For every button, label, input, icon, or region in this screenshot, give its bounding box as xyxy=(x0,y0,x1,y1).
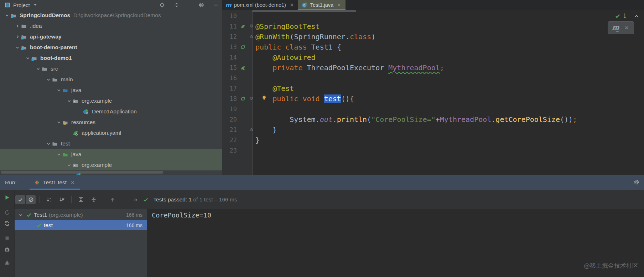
line-number: 20 xyxy=(222,116,239,123)
chevron-down-icon[interactable] xyxy=(35,66,42,72)
chevron-up-icon[interactable] xyxy=(633,13,640,19)
project-tree-item-org-example[interactable]: org.example xyxy=(0,96,222,106)
test-result-test[interactable]: test166 ms xyxy=(15,220,147,230)
spring-bean-icon[interactable] xyxy=(239,65,247,70)
code-line-15[interactable]: 15 private ThreadPoolExecutor MythreadPo… xyxy=(222,62,644,73)
collapse-all-button[interactable] xyxy=(89,196,98,203)
chevron-down-icon[interactable] xyxy=(55,152,62,157)
settings-gear-icon[interactable] xyxy=(633,179,640,185)
project-tree-item-test[interactable]: test xyxy=(0,138,222,149)
test-name: Test1 xyxy=(34,212,47,218)
rerun-failed-tests-button[interactable] xyxy=(4,209,10,216)
project-tree-item-main[interactable]: main xyxy=(0,74,222,85)
fold-marker-icon[interactable] xyxy=(247,34,255,39)
code-editor[interactable]: 1011@SpringBootTest12@RunWith(SpringRunn… xyxy=(222,10,644,175)
project-tree-item-org-example[interactable]: org.example xyxy=(0,160,222,170)
sort-alphabetically-button[interactable]: az xyxy=(45,196,54,203)
maven-reload-button[interactable]: m xyxy=(608,21,634,34)
rerun-button[interactable] xyxy=(4,194,10,201)
project-tree-item-api-gateway[interactable]: api-gateway xyxy=(0,31,222,42)
maven-icon: m xyxy=(225,2,232,8)
project-tree-item-springclouddemos[interactable]: SpringcloudDemosD:\gitworkspace\Springcl… xyxy=(0,10,222,21)
previous-failed-test-button[interactable] xyxy=(108,196,117,203)
chevron-down-icon[interactable] xyxy=(17,212,24,218)
show-ignored-toggle[interactable] xyxy=(26,195,36,204)
watermark: @稀土掘金技术社区 xyxy=(584,262,638,270)
run-test-gutter-icon[interactable] xyxy=(239,96,247,101)
code-line-18[interactable]: 18 public void test(){ xyxy=(222,93,644,104)
code-line-12[interactable]: 12@RunWith(SpringRunner.class) xyxy=(222,31,644,42)
code-text: @SpringBootTest xyxy=(255,22,320,31)
code-line-16[interactable]: 16 xyxy=(222,73,644,83)
project-tree-item-application-yaml[interactable]: application.yaml xyxy=(0,128,222,138)
test-class-icon: C xyxy=(301,2,308,8)
project-tree-item-demo1application[interactable]: Demo1Application xyxy=(0,106,222,117)
code-line-21[interactable]: 21 } xyxy=(222,124,644,135)
editor-tab-test1-java[interactable]: CTest1.java xyxy=(298,0,346,10)
collapse-all-icon[interactable] xyxy=(173,2,180,8)
maven-reload-icon[interactable]: m xyxy=(612,24,620,31)
code-line-10[interactable]: 10 xyxy=(222,11,644,21)
fold-marker-icon[interactable] xyxy=(247,24,255,29)
stop-button[interactable] xyxy=(4,235,10,241)
chevron-right-icon[interactable] xyxy=(14,34,21,40)
project-tree-item-boot-demo1[interactable]: boot-demo1 xyxy=(0,53,222,63)
fold-marker-icon[interactable] xyxy=(247,127,255,132)
project-tree-item-src[interactable]: src xyxy=(0,63,222,74)
sort-by-duration-button[interactable] xyxy=(57,196,67,203)
chevron-down-icon[interactable] xyxy=(32,2,38,8)
toggle-auto-test-button[interactable] xyxy=(4,220,10,227)
chevron-right-icon[interactable] xyxy=(14,23,21,29)
project-tree-item-resources[interactable]: resources xyxy=(0,117,222,128)
settings-gear-icon[interactable] xyxy=(198,2,204,8)
code-line-17[interactable]: 17 @Test xyxy=(222,83,644,93)
chevron-down-icon[interactable] xyxy=(14,45,21,50)
editor-tab-pom-xml-boot-demo1-[interactable]: mpom.xml (boot-demo1) xyxy=(222,0,298,10)
close-icon[interactable] xyxy=(623,25,630,31)
project-tree-item-java[interactable]: java xyxy=(0,149,222,160)
fold-marker-icon[interactable] xyxy=(247,96,255,101)
chevron-down-icon[interactable] xyxy=(45,141,52,147)
chevron-down-icon[interactable] xyxy=(45,77,52,82)
run-test-gutter-icon[interactable] xyxy=(239,45,247,50)
show-passed-toggle[interactable] xyxy=(15,195,25,204)
project-tree-item-java[interactable]: java xyxy=(0,85,222,96)
chevron-down-icon[interactable] xyxy=(4,12,11,18)
code-line-20[interactable]: 20 System.out.println("CorePoolSize="+My… xyxy=(222,114,644,124)
run-panel-label: Run: xyxy=(5,179,17,186)
project-tree-item--idea[interactable]: .idea xyxy=(0,21,222,31)
code-line-13[interactable]: 13public class Test1 { xyxy=(222,42,644,52)
hide-panel-icon[interactable] xyxy=(213,2,219,8)
close-icon[interactable] xyxy=(69,179,76,186)
locate-file-icon[interactable] xyxy=(159,2,165,8)
run-panel-header: Run: Test1.test xyxy=(0,175,644,190)
project-tree-hscrollbar[interactable] xyxy=(1,171,163,174)
code-line-11[interactable]: 11@SpringBootTest xyxy=(222,21,644,31)
code-line-22[interactable]: 22} xyxy=(222,135,644,145)
code-line-14[interactable]: 14 @Autowired xyxy=(222,52,644,62)
inspections-widget[interactable]: 1 xyxy=(614,13,640,19)
double-chevron-icon[interactable]: » xyxy=(134,196,137,203)
project-view-title[interactable]: Project xyxy=(13,2,30,8)
chevron-down-icon[interactable] xyxy=(66,162,73,168)
close-icon[interactable] xyxy=(289,2,295,8)
intention-bulb-icon[interactable] xyxy=(262,95,267,101)
chevron-down-icon[interactable] xyxy=(55,87,62,93)
test-settings-icon[interactable] xyxy=(4,260,10,266)
code-line-19[interactable]: 19 xyxy=(222,104,644,114)
chevron-down-icon[interactable] xyxy=(24,55,31,61)
close-icon[interactable] xyxy=(336,2,342,8)
run-config-tab[interactable]: Test1.test xyxy=(30,175,80,190)
test-result-test1[interactable]: Test1(org.example)166 ms xyxy=(15,210,147,220)
code-text: } xyxy=(255,136,260,144)
chevron-down-icon[interactable] xyxy=(66,98,73,104)
spring-leaf-icon[interactable] xyxy=(239,24,247,29)
screenshot-button[interactable] xyxy=(4,246,10,253)
chevron-down-icon[interactable] xyxy=(55,119,62,125)
project-tree-item-boot-demo-parent[interactable]: boot-demo-parent xyxy=(0,42,222,53)
run-console[interactable]: CorePoolSize=10 xyxy=(147,209,644,277)
code-line-23[interactable]: 23 xyxy=(222,145,644,155)
tree-item-label: main xyxy=(61,76,73,83)
expand-all-button[interactable] xyxy=(76,196,85,203)
tests-passed-text: Tests passed: 1 xyxy=(153,196,192,202)
